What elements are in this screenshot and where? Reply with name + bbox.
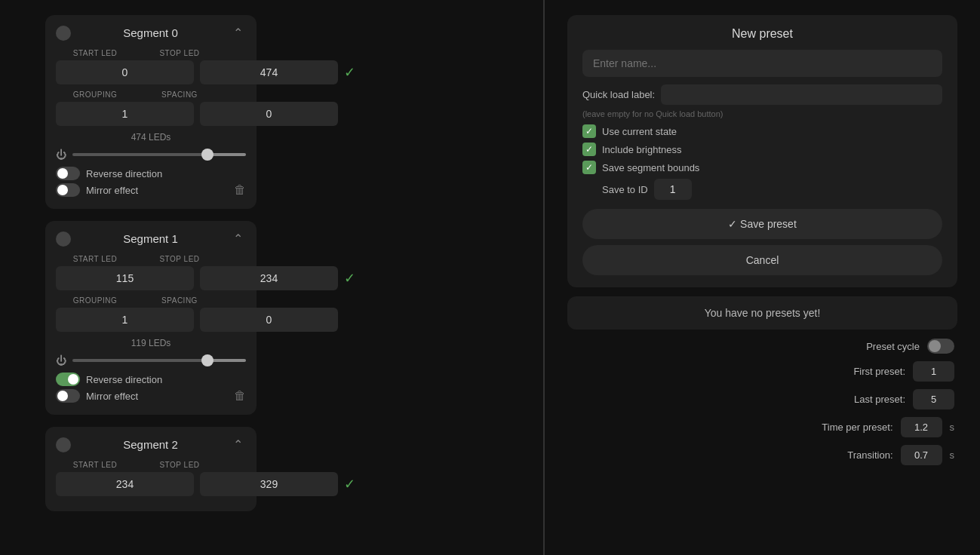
quick-load-row: Quick load label: (582, 84, 942, 105)
grouping-label-0: GROUPING (56, 90, 134, 99)
preset-name-input[interactable] (582, 50, 942, 77)
transition-input[interactable] (901, 445, 942, 465)
last-preset-label: Last preset: (854, 394, 905, 405)
transition-label: Transition: (847, 449, 892, 461)
group-inputs-1 (56, 308, 246, 332)
reverse-label-0: Reverse direction (86, 168, 162, 179)
include-brightness-checkbox[interactable]: ✓ (582, 143, 596, 156)
new-preset-card: New preset Quick load label: (leave empt… (567, 15, 957, 287)
stop-led-input-0[interactable] (200, 60, 338, 84)
save-segment-bounds-row: ✓ Save segment bounds (582, 161, 942, 174)
preset-title: New preset (582, 27, 942, 41)
group-labels-1: GROUPING SPACING (56, 296, 246, 305)
led-count-0: 474 LEDs (56, 132, 246, 143)
power-icon-0[interactable]: ⏻ (56, 149, 66, 161)
confirm-led-1[interactable]: ✓ (344, 268, 355, 289)
reverse-toggle-0[interactable] (56, 167, 80, 180)
segment-card-1: Segment 1 ⌃ START LED STOP LED ✓ GROUPIN… (45, 221, 257, 415)
save-segment-bounds-checkbox[interactable]: ✓ (582, 161, 596, 174)
power-icon-1[interactable]: ⏻ (56, 354, 66, 366)
segment-collapse-1[interactable]: ⌃ (230, 230, 246, 247)
group-inputs-0 (56, 102, 246, 126)
led-labels-0: START LED STOP LED (56, 49, 246, 57)
segment-collapse-0[interactable]: ⌃ (230, 24, 246, 41)
segment-card-0: Segment 0 ⌃ START LED STOP LED ✓ GROUPIN… (45, 15, 257, 209)
led-inputs-2: ✓ (56, 472, 246, 496)
preset-cycle-toggle[interactable] (927, 339, 954, 354)
start-led-input-2[interactable] (56, 472, 194, 496)
brightness-slider-1[interactable] (72, 359, 246, 362)
spacing-label-1: SPACING (140, 296, 219, 305)
mirror-label-0: Mirror effect (86, 185, 138, 196)
reverse-toggle-1[interactable] (56, 373, 80, 386)
segment-color-0 (56, 26, 71, 41)
start-led-input-0[interactable] (56, 60, 194, 84)
preset-cycle-row: Preset cycle (570, 339, 954, 354)
start-led-label-2: START LED (56, 461, 134, 469)
segment-collapse-2[interactable]: ⌃ (230, 436, 246, 453)
brightness-slider-0[interactable] (72, 153, 246, 156)
first-preset-input[interactable] (913, 361, 954, 382)
spacing-label-0: SPACING (140, 90, 219, 99)
use-current-state-checkbox[interactable]: ✓ (582, 124, 596, 138)
last-preset-row: Last preset: (570, 389, 954, 409)
stop-led-label-2: STOP LED (140, 461, 219, 469)
quick-load-input[interactable] (661, 84, 942, 105)
first-preset-row: First preset: (570, 361, 954, 382)
save-id-label: Save to ID (602, 184, 648, 195)
no-presets-text: You have no presets yet! (705, 307, 821, 319)
reverse-label-1: Reverse direction (86, 374, 162, 385)
cycle-section: Preset cycle First preset: Last preset: … (567, 339, 957, 465)
led-labels-1: START LED STOP LED (56, 255, 246, 263)
brightness-row-1: ⏻ (56, 354, 246, 366)
save-id-row: Save to ID (582, 179, 942, 200)
stop-led-label-1: STOP LED (140, 255, 219, 263)
use-current-state-label: Use current state (602, 126, 677, 137)
reverse-row-0: Reverse direction (56, 167, 246, 180)
mirror-toggle-0[interactable] (56, 183, 80, 197)
use-current-state-row: ✓ Use current state (582, 124, 942, 138)
segment-title-0: Segment 0 (71, 26, 230, 39)
save-id-input[interactable] (654, 179, 692, 200)
mirror-label-1: Mirror effect (86, 391, 138, 402)
led-inputs-1: ✓ (56, 266, 246, 290)
segment-color-1 (56, 232, 71, 247)
spacing-input-1[interactable] (200, 308, 338, 332)
stop-led-input-2[interactable] (200, 472, 338, 496)
include-brightness-label: Include brightness (602, 144, 682, 155)
time-per-preset-input[interactable] (901, 417, 942, 437)
mirror-row-1: Mirror effect 🗑 (56, 389, 246, 403)
mirror-row-0: Mirror effect 🗑 (56, 183, 246, 197)
delete-segment-1[interactable]: 🗑 (234, 389, 246, 403)
preset-cycle-label: Preset cycle (866, 341, 920, 352)
grouping-label-1: GROUPING (56, 296, 134, 305)
time-per-preset-label: Time per preset: (822, 422, 892, 433)
include-brightness-row: ✓ Include brightness (582, 143, 942, 156)
segment-color-2 (56, 437, 71, 452)
brightness-row-0: ⏻ (56, 149, 246, 161)
time-unit: s (950, 422, 955, 433)
right-panel: New preset Quick load label: (leave empt… (545, 0, 980, 555)
segment-title-2: Segment 2 (71, 438, 230, 451)
segment-title-1: Segment 1 (71, 232, 230, 245)
start-led-input-1[interactable] (56, 266, 194, 290)
stop-led-input-1[interactable] (200, 266, 338, 290)
grouping-input-0[interactable] (56, 102, 194, 126)
start-led-label-0: START LED (56, 49, 134, 57)
first-preset-label: First preset: (853, 366, 905, 377)
grouping-input-1[interactable] (56, 308, 194, 332)
cancel-button[interactable]: Cancel (582, 245, 942, 275)
no-presets-banner: You have no presets yet! (567, 296, 957, 330)
segment-header-2: Segment 2 ⌃ (56, 436, 246, 453)
save-preset-button[interactable]: ✓ Save preset (582, 209, 942, 239)
delete-segment-0[interactable]: 🗑 (234, 183, 246, 197)
mirror-toggle-1[interactable] (56, 389, 80, 403)
transition-unit: s (950, 449, 955, 461)
led-count-1: 119 LEDs (56, 338, 246, 348)
save-segment-bounds-label: Save segment bounds (602, 162, 699, 173)
last-preset-input[interactable] (913, 389, 954, 409)
group-labels-0: GROUPING SPACING (56, 90, 246, 99)
confirm-led-2[interactable]: ✓ (344, 474, 355, 495)
spacing-input-0[interactable] (200, 102, 338, 126)
confirm-led-0[interactable]: ✓ (344, 62, 355, 83)
